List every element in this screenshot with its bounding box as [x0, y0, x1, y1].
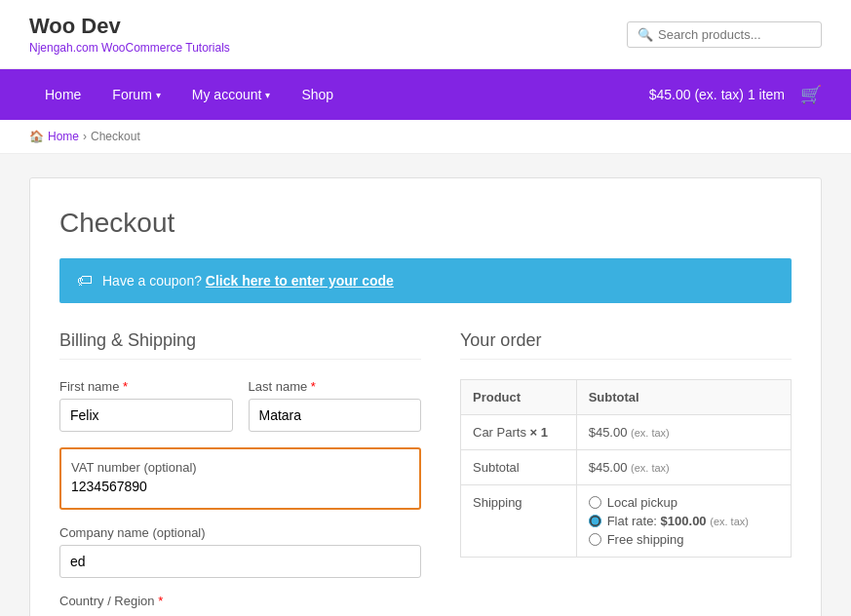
cart-icon[interactable]: 🛒	[800, 84, 822, 105]
order-shipping-label: Shipping	[461, 485, 577, 558]
shipping-option-local[interactable]: Local pickup	[589, 495, 779, 510]
billing-section: Billing & Shipping First name * Last nam…	[59, 330, 421, 613]
checkout-title: Checkout	[59, 208, 792, 239]
site-header: Woo Dev Njengah.com WooCommerce Tutorial…	[0, 0, 851, 69]
breadcrumb: 🏠 Home › Checkout	[0, 120, 851, 154]
order-item-row: Car Parts × 1 $45.00 (ex. tax)	[461, 415, 792, 450]
site-branding: Woo Dev Njengah.com WooCommerce Tutorial…	[29, 14, 230, 55]
country-label: Country / Region *	[59, 594, 421, 608]
col-product-header: Product	[461, 380, 577, 415]
coupon-banner: 🏷 Have a coupon? Click here to enter you…	[59, 258, 792, 303]
site-nav: Home Forum ▾ My account ▾ Shop $45.00 (e…	[0, 69, 851, 120]
cart-total: $45.00 (ex. tax) 1 item	[649, 87, 785, 102]
vat-input[interactable]	[71, 475, 409, 498]
home-icon: 🏠	[29, 130, 44, 143]
order-subtotal-row: Subtotal $45.00 (ex. tax)	[461, 450, 792, 485]
last-name-label: Last name *	[249, 379, 422, 394]
name-row: First name * Last name *	[59, 379, 421, 432]
coupon-link[interactable]: Click here to enter your code	[206, 273, 394, 289]
order-table: Product Subtotal Car Parts × 1 $45.00 (e…	[460, 379, 792, 558]
checkout-columns: Billing & Shipping First name * Last nam…	[59, 330, 792, 613]
vat-group: VAT number (optional)	[59, 447, 421, 510]
free-shipping-radio[interactable]	[589, 533, 601, 546]
order-item-price: $45.00 (ex. tax)	[576, 415, 791, 450]
shipping-option-flat[interactable]: Flat rate: $100.00 (ex. tax)	[589, 514, 779, 528]
vat-label: VAT number (optional)	[71, 460, 197, 475]
nav-left: Home Forum ▾ My account ▾ Shop	[29, 69, 349, 120]
breadcrumb-home[interactable]: Home	[48, 130, 79, 143]
first-name-label: First name *	[59, 379, 233, 394]
order-subtotal-value: $45.00 (ex. tax)	[576, 450, 791, 485]
order-shipping-row: Shipping Local pickup	[461, 485, 792, 558]
first-name-group: First name *	[59, 379, 233, 432]
order-item-name: Car Parts × 1	[461, 415, 577, 450]
company-label: Company name (optional)	[59, 525, 421, 540]
nav-right: $45.00 (ex. tax) 1 item 🛒	[649, 84, 822, 105]
company-input[interactable]	[59, 545, 421, 578]
search-input[interactable]	[658, 27, 811, 42]
coupon-text: Have a coupon? Click here to enter your …	[102, 273, 394, 289]
search-bar[interactable]: 🔍	[627, 21, 822, 48]
order-subtotal-label: Subtotal	[461, 450, 577, 485]
shipping-options: Local pickup Flat rate: $100.00 (ex. tax…	[589, 495, 779, 547]
checkout-container: Checkout 🏷 Have a coupon? Click here to …	[29, 177, 822, 616]
nav-item-myaccount[interactable]: My account ▾	[176, 69, 287, 120]
chevron-down-icon: ▾	[156, 90, 161, 100]
nav-item-forum[interactable]: Forum ▾	[97, 69, 175, 120]
company-group: Company name (optional)	[59, 525, 421, 578]
site-tagline: Njengah.com WooCommerce Tutorials	[29, 41, 230, 55]
billing-section-title: Billing & Shipping	[59, 330, 421, 360]
col-subtotal-header: Subtotal	[576, 380, 791, 415]
first-name-input[interactable]	[59, 399, 233, 432]
nav-item-home[interactable]: Home	[29, 69, 97, 120]
local-pickup-radio[interactable]	[589, 496, 601, 509]
nav-item-shop[interactable]: Shop	[286, 69, 349, 120]
chevron-down-icon: ▾	[265, 90, 270, 100]
coupon-icon: 🏷	[77, 272, 93, 289]
site-title: Woo Dev	[29, 14, 230, 39]
order-section: Your order Product Subtotal Car Parts × …	[460, 330, 792, 613]
order-shipping-options: Local pickup Flat rate: $100.00 (ex. tax…	[576, 485, 791, 558]
country-group: Country / Region *	[59, 594, 421, 613]
order-section-title: Your order	[460, 330, 792, 360]
main-content: Checkout 🏷 Have a coupon? Click here to …	[0, 154, 851, 616]
flat-rate-radio[interactable]	[589, 515, 601, 527]
last-name-input[interactable]	[249, 399, 422, 432]
search-icon: 🔍	[638, 27, 653, 42]
shipping-option-free[interactable]: Free shipping	[589, 532, 779, 547]
last-name-group: Last name *	[249, 379, 422, 432]
breadcrumb-current: Checkout	[91, 130, 140, 143]
